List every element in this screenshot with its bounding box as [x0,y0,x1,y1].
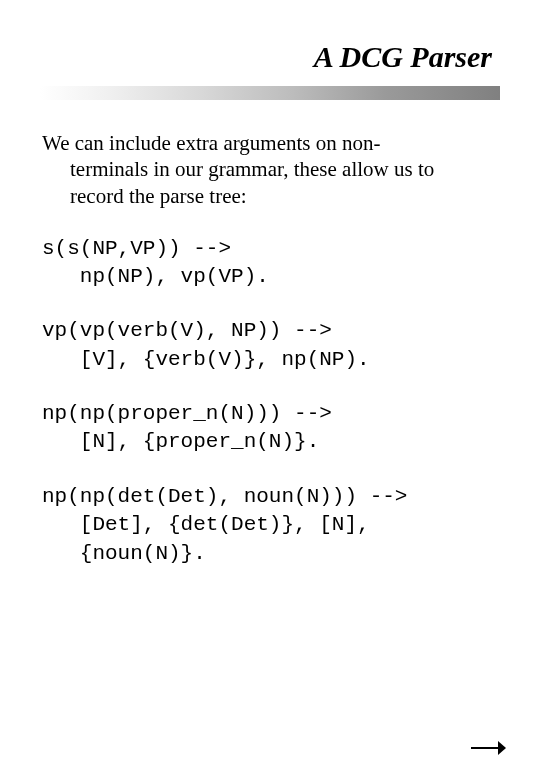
svg-marker-1 [498,741,506,755]
intro-line-3: record the parse tree: [42,183,500,209]
title-underline [40,86,500,100]
slide-title: A DCG Parser [40,40,500,74]
code-rule-np-det: np(np(det(Det), noun(N))) --> [Det], {de… [40,483,500,568]
intro-line-1: We can include extra arguments on non- [42,130,500,156]
next-slide-button[interactable] [470,738,506,758]
code-rule-vp: vp(vp(verb(V), NP)) --> [V], {verb(V)}, … [40,317,500,374]
code-rule-s: s(s(NP,VP)) --> np(NP), vp(VP). [40,235,500,292]
arrow-right-icon [470,738,506,758]
intro-paragraph: We can include extra arguments on non- t… [40,130,500,209]
intro-line-2: terminals in our grammar, these allow us… [42,156,500,182]
code-rule-np-proper: np(np(proper_n(N))) --> [N], {proper_n(N… [40,400,500,457]
